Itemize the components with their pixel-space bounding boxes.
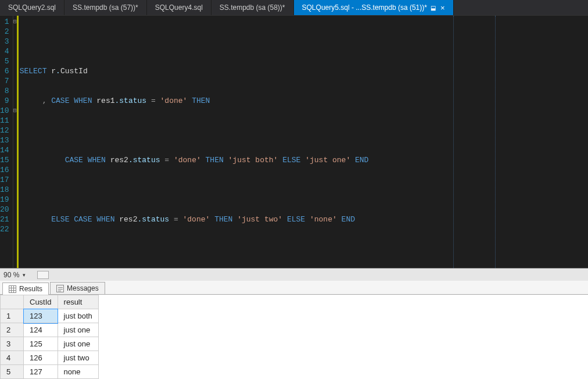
code-line: ELSE CASE WHEN res2.status = 'done' THEN… — [20, 214, 588, 224]
sql-editor[interactable]: 12345678910111213141516171819202122 ⊟⊟ S… — [0, 15, 588, 268]
tab-sqlquery2[interactable]: SQLQuery2.sql — [0, 0, 64, 15]
row-header[interactable]: 1 — [1, 309, 24, 323]
pin-icon[interactable]: ⬓ — [431, 5, 436, 11]
row-header[interactable]: 2 — [1, 323, 24, 337]
table-row[interactable]: 3125just one — [1, 337, 99, 351]
zoom-bar: 90 % ▾ — [0, 268, 588, 281]
tab-label: SQLQuery4.sql — [155, 3, 203, 12]
cell[interactable]: 123 — [24, 309, 58, 323]
column-header[interactable]: CustId — [24, 295, 58, 309]
table-row[interactable]: 5127none — [1, 365, 99, 379]
code-line — [20, 185, 588, 195]
zoom-value[interactable]: 90 % — [3, 271, 19, 279]
column-header[interactable]: result — [58, 295, 98, 309]
code-line: CASE WHEN res2.status = 'done' THEN 'jus… — [20, 155, 588, 165]
cell[interactable]: just one — [58, 337, 98, 351]
line-number-gutter: 12345678910111213141516171819202122 — [0, 16, 13, 268]
row-header[interactable]: 3 — [1, 337, 24, 351]
tab-results[interactable]: Results — [2, 283, 49, 295]
code-line — [20, 244, 588, 254]
ruler-line — [495, 16, 496, 268]
cell[interactable]: just one — [58, 323, 98, 337]
tab-tempdb-58[interactable]: SS.tempdb (sa (58))* — [211, 0, 294, 15]
code-line: , CASE WHEN res1.status = 'done' THEN — [20, 96, 588, 106]
tab-label: SQLQuery5.sql - ...SS.tempdb (sa (51))* — [302, 3, 427, 12]
code-line: SELECT r.CustId — [20, 66, 588, 76]
row-header[interactable]: 5 — [1, 365, 24, 379]
cell[interactable]: 127 — [24, 365, 58, 379]
results-grid[interactable]: CustId result 1123just both2124just one3… — [0, 295, 588, 379]
results-tab-bar: Results Messages — [0, 281, 588, 295]
results-grid-icon — [9, 285, 16, 293]
tab-tempdb-57[interactable]: SS.tempdb (sa (57))* — [64, 0, 147, 15]
ruler-line — [453, 16, 454, 268]
cell[interactable]: 124 — [24, 323, 58, 337]
close-icon[interactable]: × — [440, 4, 445, 12]
cell[interactable]: 125 — [24, 337, 58, 351]
code-line — [20, 126, 588, 135]
tab-sqlquery4[interactable]: SQLQuery4.sql — [147, 0, 211, 15]
table-row[interactable]: 4126just two — [1, 351, 99, 365]
tab-label: SS.tempdb (sa (57))* — [73, 3, 138, 12]
results-table: CustId result 1123just both2124just one3… — [0, 295, 99, 379]
table-row[interactable]: 2124just one — [1, 323, 99, 337]
tab-label: SS.tempdb (sa (58))* — [220, 3, 285, 12]
row-header[interactable]: 4 — [1, 351, 24, 365]
cell[interactable]: just both — [58, 309, 98, 323]
horizontal-scroll-stub[interactable] — [37, 271, 49, 279]
cell[interactable]: none — [58, 365, 98, 379]
tab-label: SQLQuery2.sql — [8, 3, 56, 12]
tab-messages[interactable]: Messages — [50, 282, 105, 294]
grid-corner[interactable] — [1, 295, 24, 309]
cell[interactable]: just two — [58, 351, 98, 365]
messages-icon — [56, 285, 64, 292]
code-area[interactable]: SELECT r.CustId , CASE WHEN res1.status … — [17, 16, 588, 268]
editor-tab-bar: SQLQuery2.sql SS.tempdb (sa (57))* SQLQu… — [0, 0, 588, 15]
cell[interactable]: 126 — [24, 351, 58, 365]
chevron-down-icon[interactable]: ▾ — [23, 272, 26, 278]
table-row[interactable]: 1123just both — [1, 309, 99, 323]
tab-label: Results — [19, 285, 42, 293]
tab-sqlquery5[interactable]: SQLQuery5.sql - ...SS.tempdb (sa (51))* … — [294, 0, 454, 15]
tab-label: Messages — [67, 284, 99, 292]
